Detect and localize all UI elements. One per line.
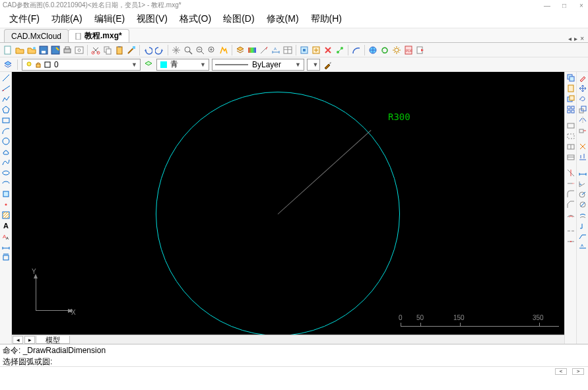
model-tab[interactable]: 模型: [36, 336, 70, 344]
dim-ang-icon[interactable]: [578, 179, 587, 188]
layer-combo[interactable]: 0 ▼: [22, 59, 141, 71]
menu-view[interactable]: 视图(V): [131, 11, 173, 27]
menu-format[interactable]: 格式(O): [174, 11, 216, 27]
dim-ord-icon[interactable]: [578, 221, 587, 230]
pdf-icon[interactable]: PDF: [403, 45, 414, 55]
lineweight-combo[interactable]: ▼: [307, 59, 320, 71]
rotate-icon[interactable]: [578, 94, 587, 104]
leader-icon[interactable]: [578, 232, 587, 241]
zoom-realtime-icon[interactable]: [207, 45, 217, 55]
undo-icon[interactable]: [143, 45, 153, 55]
rectangle-icon[interactable]: [1, 115, 11, 125]
offset-icon[interactable]: [566, 211, 575, 220]
text-icon[interactable]: A: [1, 221, 11, 230]
open-icon[interactable]: [15, 45, 25, 55]
dim-lin-icon[interactable]: [578, 168, 587, 178]
copy2-icon[interactable]: [566, 73, 575, 82]
line-icon[interactable]: [1, 73, 11, 82]
revcloud-icon[interactable]: [1, 147, 11, 156]
drawing-canvas[interactable]: R300 Y X 0 50 150 350: [12, 72, 564, 335]
color-combo[interactable]: 青 ▼: [156, 59, 209, 71]
layers-icon[interactable]: [235, 45, 245, 55]
cut-icon[interactable]: [90, 45, 101, 55]
explode-icon[interactable]: [578, 142, 587, 151]
break-icon[interactable]: [566, 226, 575, 236]
tab-tutorial[interactable]: 教程.mxg*: [68, 29, 129, 42]
dim-linear-icon[interactable]: [1, 242, 11, 251]
dim-aligned-icon[interactable]: [1, 253, 11, 262]
sheet-prev-button[interactable]: ◂: [13, 336, 23, 344]
rect2-icon[interactable]: [566, 121, 575, 130]
block-icon[interactable]: [299, 45, 310, 55]
refresh-icon[interactable]: [218, 45, 229, 55]
globe-icon[interactable]: [368, 45, 378, 55]
scale-icon[interactable]: [578, 105, 587, 114]
saveas-icon[interactable]: [50, 45, 61, 55]
mirror-icon[interactable]: [578, 115, 587, 125]
menu-help[interactable]: 帮助(H): [306, 11, 347, 27]
circle-icon[interactable]: [1, 137, 11, 146]
rect-dash-icon[interactable]: [566, 131, 575, 141]
export-icon[interactable]: [415, 45, 426, 55]
arc-tool-icon[interactable]: [351, 45, 362, 55]
radius-dimension-text[interactable]: R300: [388, 112, 410, 122]
delete-icon[interactable]: [323, 45, 333, 55]
brush-icon[interactable]: [323, 59, 333, 70]
extend-icon[interactable]: [566, 179, 575, 188]
align-icon[interactable]: [578, 152, 587, 162]
menu-modify[interactable]: 修改(M): [261, 11, 304, 27]
join-icon[interactable]: [566, 237, 575, 246]
node-icon[interactable]: [335, 45, 345, 55]
spline-icon[interactable]: [1, 158, 11, 167]
table-icon[interactable]: [282, 45, 293, 55]
polygon-icon[interactable]: [1, 105, 11, 114]
dim-dia-icon[interactable]: [578, 200, 587, 209]
paste-icon[interactable]: [114, 45, 125, 55]
open-cloud-icon[interactable]: [26, 45, 37, 55]
print-icon[interactable]: [62, 45, 73, 55]
copy-icon[interactable]: [102, 45, 113, 55]
rect3-icon[interactable]: [566, 142, 575, 151]
move-icon[interactable]: [578, 84, 587, 93]
match-icon[interactable]: [126, 45, 137, 55]
command-window[interactable]: 命令: _DrawRadialDimension 选择圆弧或圆: 命令: < >: [0, 344, 588, 375]
zoom-window-icon[interactable]: [183, 45, 193, 55]
erase-icon[interactable]: [578, 73, 587, 82]
tab-cad-mxcloud[interactable]: CAD.MxCloud: [4, 29, 69, 42]
pan-icon[interactable]: [171, 45, 181, 55]
preview-icon[interactable]: [74, 45, 84, 55]
new-icon[interactable]: [3, 45, 13, 55]
save-icon[interactable]: [38, 45, 49, 55]
mtext-icon[interactable]: AA: [1, 232, 11, 241]
stretch-icon[interactable]: [578, 126, 587, 135]
arc-icon[interactable]: [1, 126, 11, 135]
layer-stack-icon[interactable]: [3, 59, 13, 70]
ellipse-icon[interactable]: [1, 168, 11, 178]
paste2-icon[interactable]: [566, 84, 575, 93]
refresh2-icon[interactable]: [379, 45, 390, 55]
scroll-left-button[interactable]: <: [555, 368, 567, 375]
dim-arc-icon[interactable]: [578, 211, 587, 220]
insert-block-icon[interactable]: [1, 189, 11, 199]
copyclip-icon[interactable]: [566, 94, 575, 104]
rect4-icon[interactable]: [566, 152, 575, 162]
array-icon[interactable]: [566, 105, 575, 114]
dim-edit-icon[interactable]: A: [578, 242, 587, 251]
polyline-icon[interactable]: [1, 94, 11, 104]
menu-file[interactable]: 文件(F): [4, 11, 45, 27]
tab-nav-right[interactable]: ▸: [574, 35, 577, 42]
zoom-prev-icon[interactable]: [195, 45, 205, 55]
menu-draw[interactable]: 绘图(D): [218, 11, 259, 27]
maximize-button[interactable]: □: [560, 2, 568, 9]
menu-edit[interactable]: 编辑(E): [89, 11, 131, 27]
hatch-icon[interactable]: [259, 45, 269, 55]
settings-icon[interactable]: [391, 45, 402, 55]
sheet-next-button[interactable]: ▸: [24, 336, 35, 344]
minimize-button[interactable]: —: [543, 2, 551, 9]
xline-icon[interactable]: [1, 84, 11, 93]
menu-func[interactable]: 功能(A): [46, 11, 88, 27]
tab-nav-left[interactable]: ◂: [568, 35, 572, 42]
layer-prev-icon[interactable]: [143, 59, 154, 70]
insert-icon[interactable]: [311, 45, 321, 55]
trim-icon[interactable]: [566, 168, 575, 178]
